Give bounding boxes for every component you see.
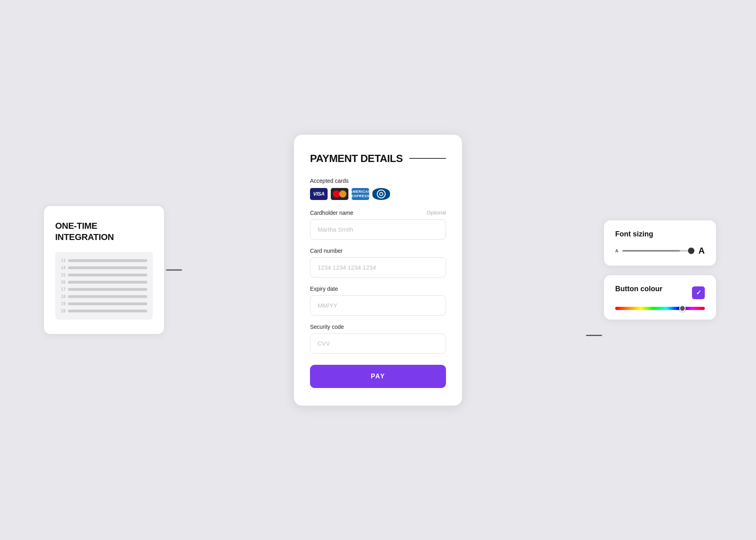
button-colour-title: Button colour [615, 285, 662, 293]
button-colour-card: Button colour ✓ [604, 275, 716, 320]
line-number: 18 [61, 294, 68, 299]
diners-icon [372, 188, 390, 200]
expiry-field-group: Expiry date [310, 286, 446, 316]
integration-card: ONE-TIMEINTEGRATION 13 14 15 16 17 [44, 206, 164, 334]
font-sizing-title: Font sizing [615, 230, 705, 238]
cvv-header: Security code [310, 324, 446, 330]
code-line-19: 19 [61, 302, 147, 306]
colour-header: Button colour ✓ [615, 285, 705, 300]
expiry-label: Expiry date [310, 286, 338, 292]
code-line-16: 16 [61, 280, 147, 284]
left-connector [166, 270, 182, 271]
code-line-14: 14 [61, 266, 147, 270]
line-number: 17 [61, 287, 68, 292]
font-large-label: A [698, 246, 705, 256]
mastercard-icon [331, 188, 348, 200]
amex-icon: AMERICAN EXPRESS [352, 188, 369, 200]
cardholder-optional: Optional [427, 210, 446, 216]
font-slider-thumb[interactable] [688, 248, 694, 254]
cvv-label: Security code [310, 324, 344, 330]
card-number-field-group: Card number [310, 248, 446, 278]
scene: ONE-TIMEINTEGRATION 13 14 15 16 17 [0, 0, 756, 540]
code-line-13: 13 [61, 258, 147, 263]
font-slider-track[interactable] [622, 250, 694, 252]
code-bar [68, 302, 147, 305]
code-line-15: 15 [61, 273, 147, 277]
code-line-17: 17 [61, 287, 147, 292]
font-slider-fill [622, 250, 680, 252]
card-icons-row: VISA AMERICAN EXPRESS [310, 188, 446, 200]
cvv-field-group: Security code [310, 324, 446, 354]
code-bar [68, 259, 147, 262]
code-line-18: 18 [61, 294, 147, 299]
colour-slider-thumb[interactable] [679, 305, 686, 312]
accepted-cards-label: Accepted cards [310, 178, 446, 184]
accepted-cards-section: Accepted cards VISA AMERICAN EXPRESS [310, 178, 446, 200]
card-number-label: Card number [310, 248, 343, 254]
font-small-label: A [615, 248, 618, 253]
colour-checkbox[interactable]: ✓ [692, 286, 705, 299]
code-bar [68, 288, 147, 291]
cardholder-input[interactable] [310, 219, 446, 240]
line-number: 20 [61, 309, 68, 313]
font-sizing-row: A A [615, 246, 705, 256]
code-bar [68, 274, 147, 276]
card-number-input[interactable] [310, 257, 446, 278]
line-number: 14 [61, 266, 68, 270]
diners-inner [379, 192, 383, 196]
line-number: 16 [61, 280, 68, 284]
colour-slider-track[interactable] [615, 307, 705, 310]
cardholder-header: Cardholder name Optional [310, 210, 446, 216]
card-number-header: Card number [310, 248, 446, 254]
expiry-header: Expiry date [310, 286, 446, 292]
line-number: 15 [61, 273, 68, 277]
code-bar [68, 266, 147, 269]
code-line-20: 20 [61, 309, 147, 313]
code-block: 13 14 15 16 17 18 [55, 252, 153, 320]
integration-title: ONE-TIMEINTEGRATION [55, 220, 153, 242]
font-sizing-card: Font sizing A A [604, 220, 716, 266]
payment-card: PAYMENT DETAILS Accepted cards VISA AMER… [294, 135, 462, 406]
mc-right-circle [339, 190, 346, 198]
cardholder-field-group: Cardholder name Optional [310, 210, 446, 240]
amex-express: EXPRESS [351, 194, 370, 198]
code-bar [68, 295, 147, 298]
code-bar [68, 310, 147, 312]
cardholder-label: Cardholder name [310, 210, 353, 216]
right-panels: Font sizing A A Button colour ✓ [604, 220, 716, 320]
line-number: 19 [61, 302, 68, 306]
cvv-input[interactable] [310, 333, 446, 354]
amex-text: AMERICAN [350, 190, 371, 194]
expiry-input[interactable] [310, 295, 446, 316]
header-divider [409, 158, 446, 159]
right-connector [586, 335, 602, 336]
diners-outer [377, 190, 386, 198]
payment-header: PAYMENT DETAILS [310, 152, 446, 165]
payment-title: PAYMENT DETAILS [310, 152, 403, 165]
code-bar [68, 281, 147, 284]
visa-icon: VISA [310, 188, 328, 200]
checkmark-icon: ✓ [696, 289, 701, 296]
line-number: 13 [61, 258, 68, 263]
pay-button[interactable]: PAY [310, 365, 446, 388]
